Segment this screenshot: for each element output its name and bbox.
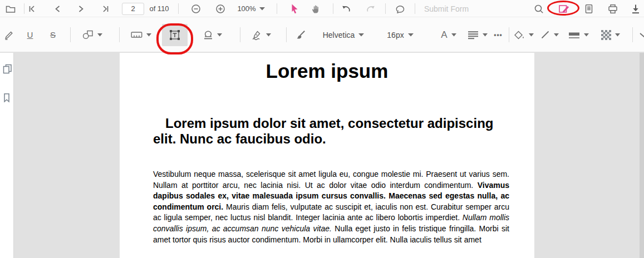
chevron-down-icon <box>451 33 456 37</box>
undo-icon <box>341 5 351 13</box>
fill-color-dropdown[interactable] <box>512 17 535 52</box>
comments-button[interactable] <box>390 0 411 17</box>
separator <box>240 27 240 42</box>
font-size-value: 16px <box>387 31 404 39</box>
page-number-input[interactable] <box>122 3 144 15</box>
chevron-down-icon <box>639 32 644 38</box>
free-text-icon <box>169 29 181 41</box>
chevron-down-icon <box>97 33 102 37</box>
undo-button[interactable] <box>336 0 357 17</box>
font-size-dropdown[interactable]: 16px <box>385 17 416 52</box>
top-toolbar: of 110 100% <box>0 0 644 17</box>
search-button[interactable] <box>528 0 549 17</box>
comment-bubble-icon <box>396 4 406 13</box>
underline-button[interactable]: U <box>21 17 39 52</box>
chevron-down-icon <box>358 33 364 37</box>
chevron-right-icon <box>77 4 85 13</box>
download-button[interactable] <box>626 0 644 17</box>
chevron-down-icon <box>217 33 222 37</box>
separator <box>286 27 287 42</box>
first-page-button[interactable] <box>21 0 42 17</box>
page-thumbnails-button[interactable] <box>2 64 12 74</box>
brush-icon <box>296 30 306 40</box>
hand-icon <box>311 4 321 14</box>
collapse-toolbar-button[interactable] <box>637 17 644 52</box>
shapes-tool-dropdown[interactable] <box>78 17 107 52</box>
notes-document-icon <box>584 4 593 14</box>
chevron-down-icon <box>408 33 414 37</box>
zoom-in-icon <box>215 4 225 14</box>
notes-panel-button[interactable] <box>578 0 599 17</box>
underline-label: U <box>27 30 33 39</box>
separator <box>119 27 120 42</box>
ruler-icon <box>131 31 142 39</box>
signature-tool-dropdown[interactable] <box>246 17 276 52</box>
opacity-dropdown[interactable] <box>598 17 623 52</box>
chevron-down-icon <box>529 33 534 37</box>
zoom-level-value: 100% <box>237 4 255 13</box>
submit-form-button[interactable]: Submit Form <box>421 0 472 17</box>
panel-toggle-button[interactable] <box>2 0 19 17</box>
redo-button[interactable] <box>360 0 381 17</box>
shapes-icon <box>82 30 94 39</box>
last-page-button[interactable] <box>95 0 116 17</box>
annotation-toolbar: U S <box>0 17 644 52</box>
chevron-down-icon <box>146 33 151 37</box>
vertical-scrollbar[interactable] <box>640 53 644 258</box>
select-tool-button[interactable] <box>283 0 304 17</box>
page-count-label: of 110 <box>149 4 169 13</box>
opacity-checkerboard-icon <box>601 30 611 40</box>
redo-icon <box>366 5 376 13</box>
folder-icon <box>6 4 16 13</box>
previous-page-button[interactable] <box>47 0 68 17</box>
bookmarks-button[interactable] <box>2 93 12 103</box>
cursor-icon <box>289 3 299 14</box>
stamp-tool-dropdown[interactable] <box>198 17 227 52</box>
chevron-down-icon <box>483 33 488 37</box>
more-text-options-button[interactable]: ••• <box>491 17 505 52</box>
separator <box>632 27 633 42</box>
separator <box>415 3 415 14</box>
separator <box>385 3 386 14</box>
font-family-dropdown[interactable]: Helvetica <box>319 17 367 52</box>
free-text-tool-button[interactable] <box>162 24 188 46</box>
edit-annotate-button[interactable] <box>553 0 574 17</box>
chevron-down-icon <box>259 7 265 11</box>
align-left-icon <box>468 31 479 39</box>
chevron-down-icon <box>615 33 620 37</box>
strikethrough-button[interactable]: S <box>44 17 62 52</box>
zoom-in-button[interactable] <box>210 0 231 17</box>
pdf-page[interactable]: Lorem ipsum Lorem ipsum dolor sit amet, … <box>120 53 534 258</box>
pan-tool-button[interactable] <box>305 0 326 17</box>
download-icon <box>631 4 640 14</box>
search-icon <box>534 4 544 14</box>
last-page-icon <box>101 4 110 13</box>
freehand-brush-button[interactable] <box>291 17 311 52</box>
stroke-thickness-dropdown[interactable] <box>566 17 591 52</box>
edit-annotation-icon <box>558 4 569 14</box>
print-button[interactable] <box>602 0 623 17</box>
zoom-out-button[interactable] <box>185 0 207 17</box>
stroke-style-dropdown[interactable] <box>538 17 561 52</box>
highlight-pen-button[interactable] <box>0 17 18 52</box>
first-page-icon <box>27 4 36 13</box>
left-sidebar <box>0 53 14 258</box>
text-color-dropdown[interactable]: A <box>437 17 460 52</box>
strikethrough-label: S <box>50 30 56 39</box>
thumbnails-icon <box>2 64 12 74</box>
font-family-value: Helvetica <box>323 31 355 39</box>
zoom-level-dropdown[interactable]: 100% <box>234 0 268 17</box>
document-title: Lorem ipsum <box>120 60 534 82</box>
next-page-button[interactable] <box>71 0 92 17</box>
ellipsis-icon: ••• <box>494 31 503 39</box>
chevron-down-icon <box>554 33 559 37</box>
stamp-icon <box>203 30 213 40</box>
submit-form-label: Submit Form <box>424 4 469 13</box>
line-icon <box>540 30 550 39</box>
text-color-label: A <box>441 29 447 41</box>
print-icon <box>608 4 618 14</box>
text-align-dropdown[interactable] <box>465 17 490 52</box>
separator <box>509 27 509 42</box>
pen-icon <box>4 30 14 40</box>
measure-tool-dropdown[interactable] <box>126 17 156 52</box>
